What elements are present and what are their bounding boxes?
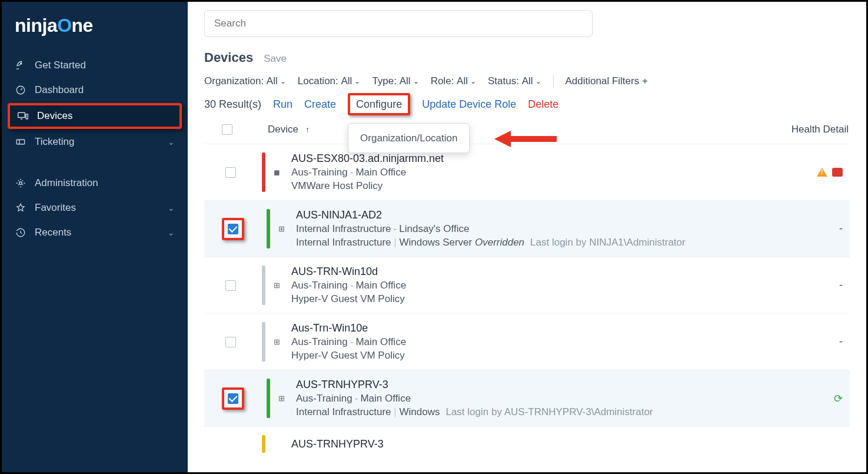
search-input[interactable] <box>204 10 593 37</box>
device-row[interactable]: ⊞ AUS-TRNHYPRV-3 Aus-Training-Main Offic… <box>204 370 850 426</box>
nav-get-started[interactable]: Get Started <box>2 53 188 78</box>
create-action[interactable]: Create <box>304 98 336 111</box>
devices-icon <box>17 110 29 122</box>
status-bar <box>262 153 265 192</box>
run-action[interactable]: Run <box>273 98 292 111</box>
status-bar <box>262 266 265 305</box>
warning-icon <box>817 168 827 177</box>
callout-arrow <box>494 131 557 147</box>
device-row[interactable]: AUS-TRNHYPRV-3 <box>204 426 850 453</box>
refresh-icon: ⟳ <box>834 392 843 405</box>
chevron-down-icon: ⌄ <box>536 77 541 85</box>
device-name: AUS-ESX80-03.ad.ninjarmm.net <box>291 153 817 165</box>
nav-label: Ticketing <box>35 136 74 148</box>
col-health[interactable]: Health Detail <box>791 124 849 135</box>
health-detail <box>817 168 843 177</box>
device-org-loc: Aus-Training-Main Office <box>291 336 839 348</box>
select-all-checkbox[interactable] <box>222 124 232 135</box>
filter-role-label: Role: <box>431 75 454 87</box>
divider <box>553 75 554 88</box>
svg-rect-2 <box>18 112 25 117</box>
nav-dashboard[interactable]: Dashboard <box>2 78 188 102</box>
device-policy: Internal Infrastructure | Windows Server… <box>296 237 839 248</box>
chevron-down-icon: ⌄ <box>470 77 476 85</box>
nav-label: Devices <box>37 110 72 122</box>
update-role-action[interactable]: Update Device Role <box>422 98 516 111</box>
filter-type-label: Type: <box>372 75 397 87</box>
svg-point-5 <box>19 182 22 185</box>
nav-label: Recents <box>35 227 71 238</box>
history-icon <box>15 227 26 238</box>
filter-org-label: Organization: <box>204 75 264 87</box>
sidebar: ninjaOne Get Started Dashboard Devices T… <box>2 2 188 472</box>
windows-icon: ⊞ <box>278 394 288 403</box>
device-name: Aus-Trn-Win10e <box>291 322 839 334</box>
chevron-down-icon: ⌄ <box>168 203 175 213</box>
nav-devices[interactable]: Devices <box>8 103 182 129</box>
status-bar <box>262 435 265 453</box>
sort-asc-icon: ↑ <box>305 125 310 134</box>
dropdown-item-org-loc[interactable]: Organization/Location <box>360 132 457 144</box>
device-row[interactable]: ⊞ Aus-Trn-Win10e Aus-Training-Main Offic… <box>204 313 850 370</box>
logo: ninjaOne <box>2 9 188 53</box>
device-name: AUS-TRNHYPRV-3 <box>296 379 834 391</box>
device-policy: Hyper-V Guest VM Policy <box>291 350 839 362</box>
device-name: AUS-TRN-Win10d <box>291 266 839 278</box>
col-device[interactable]: Device <box>268 124 298 135</box>
row-checkbox[interactable] <box>225 337 236 347</box>
nav-label: Favorites <box>35 202 76 214</box>
device-org-loc: Internal Infrastructure-Lindsay's Office <box>296 223 839 235</box>
health-detail: ⟳ <box>834 392 843 405</box>
filter-role-value[interactable]: All ⌄ <box>457 75 476 87</box>
chevron-down-icon: ⌄ <box>168 228 175 237</box>
health-detail: - <box>839 223 843 235</box>
row-checkbox[interactable] <box>228 224 238 234</box>
nav-favorites[interactable]: Favorites ⌄ <box>2 195 188 220</box>
filter-org-value[interactable]: All ⌄ <box>267 75 286 87</box>
filter-loc-value[interactable]: All ⌄ <box>341 75 361 87</box>
row-checkbox[interactable] <box>225 167 236 178</box>
chevron-down-icon: ⌄ <box>354 77 360 85</box>
filter-type-value[interactable]: All ⌄ <box>400 75 419 87</box>
status-bar <box>267 379 270 418</box>
page-title: Devices <box>204 50 253 65</box>
device-row[interactable]: ◼ AUS-ESX80-03.ad.ninjarmm.net Aus-Train… <box>204 144 850 200</box>
device-policy: VMWare Host Policy <box>291 180 817 192</box>
svg-rect-3 <box>26 114 28 119</box>
windows-icon: ⊞ <box>274 281 283 290</box>
device-org-loc: Aus-Training-Main Office <box>291 280 839 291</box>
action-bar: 30 Result(s) Run Create Configure Organi… <box>204 98 850 111</box>
configure-dropdown: Organization/Location <box>348 123 470 153</box>
gear-icon <box>15 177 26 189</box>
star-icon <box>15 202 26 214</box>
additional-filters[interactable]: Additional Filters + <box>566 75 648 87</box>
health-detail: - <box>839 336 843 348</box>
filter-status-value[interactable]: All ⌄ <box>522 75 541 87</box>
device-row[interactable]: ⊞ AUS-NINJA1-AD2 Internal Infrastructure… <box>204 200 850 257</box>
filter-status-label: Status: <box>488 75 519 87</box>
save-link[interactable]: Save <box>264 53 287 65</box>
device-policy: Internal Infrastructure | WindowsLast lo… <box>296 406 834 418</box>
device-name: AUS-TRNHYPRV-3 <box>291 438 850 450</box>
filter-bar: Organization: All ⌄ Location: All ⌄ Type… <box>204 75 850 88</box>
delete-action[interactable]: Delete <box>528 98 558 111</box>
gauge-icon <box>15 84 26 96</box>
device-org-loc: Aus-Training-Main Office <box>296 393 834 405</box>
critical-icon <box>832 168 843 177</box>
chevron-down-icon: ⌄ <box>280 77 286 85</box>
nav-administration[interactable]: Administration <box>2 171 188 195</box>
nav-label: Administration <box>35 177 98 189</box>
row-checkbox[interactable] <box>228 393 238 404</box>
result-count: 30 Result(s) <box>204 98 261 111</box>
main-content: Devices Save Organization: All ⌄ Locatio… <box>188 2 866 472</box>
device-org-loc: Aus-Training-Main Office <box>291 167 817 178</box>
nav-recents[interactable]: Recents ⌄ <box>2 220 188 245</box>
health-detail: - <box>839 279 843 291</box>
status-bar <box>267 209 270 248</box>
device-row[interactable]: ⊞ AUS-TRN-Win10d Aus-Training-Main Offic… <box>204 257 850 313</box>
rocket-icon <box>15 59 26 71</box>
filter-loc-label: Location: <box>298 75 338 87</box>
nav-ticketing[interactable]: Ticketing ⌄ <box>2 130 188 154</box>
configure-action[interactable]: Configure <box>348 93 410 115</box>
row-checkbox[interactable] <box>225 280 236 291</box>
